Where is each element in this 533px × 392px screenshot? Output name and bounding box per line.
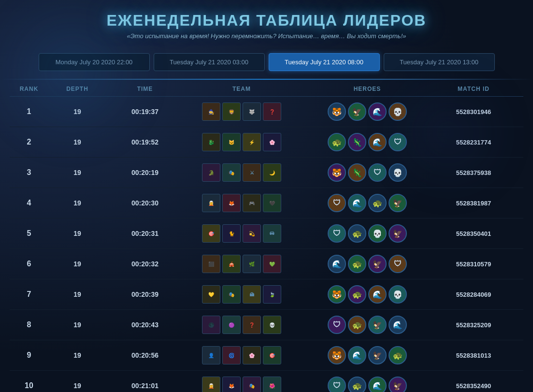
team-avatar: 🧙 [202,102,220,121]
heroes-cell: 🌊🐢🦅🛡 [300,255,435,273]
team-avatar: 🌸 [243,346,261,364]
page-subtitle: «Это испытание на время! Нужно перемножи… [0,32,533,40]
tab-tab1[interactable]: Monday July 20 2020 22:00 [39,53,150,71]
table-row[interactable]: 31900:20:19🐊🎭⚔🌙🐯🦎🛡💀5528375938 [10,158,523,188]
table-row[interactable]: 71900:20:39💛🎭🏔🍃🐯🐢🌊💀5528284069 [10,279,523,310]
team-cell: 🎯🐈💫🕶 [184,224,300,243]
hero-icon: 🛡 [328,377,346,392]
time-cell: 00:20:31 [106,230,184,237]
team-avatar: 🖤 [263,194,281,212]
team-avatar: 🎭 [243,377,261,392]
hero-icon: 🛡 [328,194,346,212]
hero-icon: 🌊 [368,133,387,151]
tab-tab4[interactable]: Tuesday July 21 2020 13:00 [384,53,495,71]
tab-tab2[interactable]: Tuesday July 21 2020 03:00 [154,53,265,71]
time-cell: 00:20:43 [106,321,184,329]
team-avatar: 🎯 [202,224,220,243]
team-avatar: 🎮 [243,194,261,212]
table-header-row: RANK DEPTH TIME TEAM HEROES MATCH ID [10,80,523,97]
team-cell: 💛🎭🏔🍃 [184,285,300,304]
team-avatar: 🌿 [243,255,261,273]
hero-icon: 🌊 [389,316,407,334]
time-cell: 00:20:19 [106,169,184,176]
team-avatar: 🎭 [222,285,241,304]
table-body: 11900:19:37🧙🦁🐺❓🐯🦅🌊💀552830194621900:19:52… [10,97,523,392]
matchid-cell: 5528350401 [435,230,512,237]
hero-icon: 🐢 [348,255,366,273]
hero-icon: 🦎 [348,133,366,151]
team-avatar: 💀 [263,316,281,334]
hero-icon: 🦅 [389,224,407,243]
matchid-cell: 5528310579 [435,261,512,268]
team-avatar: 🌀 [222,346,241,364]
table-row[interactable]: 21900:19:52🐉🐱⚡🌸🐢🦎🌊🛡5528231774 [10,127,523,158]
hero-icon: 🛡 [389,255,407,273]
rank-cell: 7 [10,290,48,299]
table-row[interactable]: 81900:20:43🌑🟣❓💀🛡🐢🦅🌊5528325209 [10,310,523,340]
heroes-cell: 🐯🌊🦅🐢 [300,346,435,364]
table-row[interactable]: 41900:20:30🧝🦊🎮🖤🛡🌊🐢🦅5528381987 [10,188,523,218]
team-avatar: ⚡ [243,133,261,151]
time-cell: 00:20:39 [106,290,184,298]
hero-icon: 🛡 [389,133,407,151]
hero-icon: 🦅 [389,377,407,392]
time-cell: 00:20:30 [106,199,184,207]
table-row[interactable]: 91900:20:56👤🌀🌸🎯🐯🌊🦅🐢5528381013 [10,340,523,371]
heroes-cell: 🐯🦎🛡💀 [300,163,435,182]
depth-cell: 19 [48,260,106,268]
hero-icon: 💀 [389,285,407,304]
col-rank: RANK [10,86,48,92]
team-cell: 🌑🟣❓💀 [184,316,300,334]
hero-icon: 🐢 [348,316,366,334]
time-cell: 00:21:01 [106,382,184,390]
team-avatar: 🌑 [202,316,220,334]
table-row[interactable]: 101900:21:01🧝🦊🎭🌺🛡🐢🌊🦅5528352490 [10,371,523,392]
table-row[interactable]: 51900:20:31🎯🐈💫🕶🛡🐢💀🦅5528350401 [10,218,523,249]
rank-cell: 4 [10,199,48,207]
rank-cell: 6 [10,260,48,268]
rank-cell: 3 [10,168,48,177]
hero-icon: 🌊 [328,255,346,273]
team-avatar: 💚 [263,255,281,273]
team-avatar: 🎪 [222,255,241,273]
team-avatar: 🎭 [222,163,241,182]
hero-icon: 🦅 [368,316,387,334]
hero-icon: 🦅 [389,194,407,212]
matchid-cell: 5528284069 [435,291,512,298]
hero-icon: 🐢 [348,377,366,392]
table-row[interactable]: 11900:19:37🧙🦁🐺❓🐯🦅🌊💀5528301946 [10,97,523,127]
matchid-cell: 5528375938 [435,169,512,176]
heroes-cell: 🐯🦅🌊💀 [300,102,435,121]
hero-icon: 🦅 [368,346,387,364]
time-cell: 00:20:56 [106,351,184,359]
team-avatar: 🦁 [222,102,241,121]
time-cell: 00:19:52 [106,138,184,146]
depth-cell: 19 [48,169,106,176]
tab-tab3[interactable]: Tuesday July 21 2020 08:00 [269,53,380,71]
depth-cell: 19 [48,108,106,116]
hero-icon: 🐯 [328,102,346,121]
table-row[interactable]: 61900:20:32⬛🎪🌿💚🌊🐢🦅🛡5528310579 [10,249,523,279]
hero-icon: 🦎 [348,163,366,182]
team-avatar: 🧝 [202,194,220,212]
team-avatar: 🍃 [263,285,281,304]
hero-icon: 🌊 [348,194,366,212]
rank-cell: 1 [10,107,48,116]
tabs-container: Monday July 20 2020 22:00Tuesday July 21… [10,53,523,71]
team-avatar: 💛 [202,285,220,304]
team-avatar: 🌙 [263,163,281,182]
matchid-cell: 5528301946 [435,108,512,116]
heroes-cell: 🛡🌊🐢🦅 [300,194,435,212]
hero-icon: 💀 [389,102,407,121]
hero-icon: 🐢 [348,285,366,304]
heroes-cell: 🛡🐢🦅🌊 [300,316,435,334]
hero-icon: 🐯 [328,163,346,182]
team-cell: 🧝🦊🎭🌺 [184,377,300,392]
hero-icon: 🐯 [328,346,346,364]
depth-cell: 19 [48,351,106,359]
team-avatar: ❓ [243,316,261,334]
rank-cell: 9 [10,351,48,360]
hero-icon: 🦅 [368,255,387,273]
team-cell: 🧙🦁🐺❓ [184,102,300,121]
rank-cell: 2 [10,138,48,146]
